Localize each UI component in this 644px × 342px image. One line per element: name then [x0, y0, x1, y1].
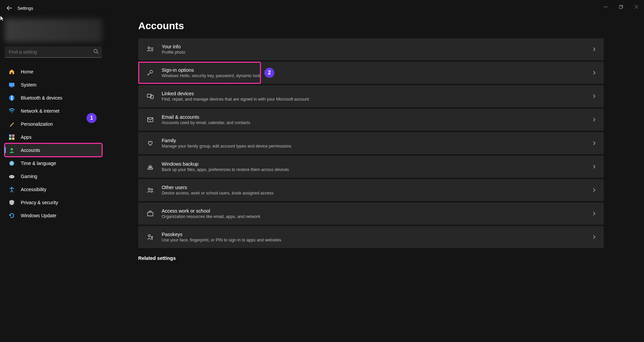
- svg-point-14: [10, 176, 11, 177]
- chevron-right-icon: [593, 94, 596, 99]
- sidebar-item-bluetooth[interactable]: Bluetooth & devices: [5, 91, 102, 104]
- sidebar: Home System Bluetooth & devices Network …: [0, 16, 107, 342]
- card-sub: Profile photo: [162, 50, 593, 55]
- card-windows-backup[interactable]: Windows backupBack up your files, apps, …: [138, 156, 604, 178]
- profile-icon: [145, 46, 156, 53]
- sidebar-item-update[interactable]: Windows Update: [5, 209, 102, 222]
- card-email-accounts[interactable]: Email & accountsAccounts used by email, …: [138, 109, 604, 131]
- svg-rect-22: [148, 168, 153, 169]
- svg-rect-3: [9, 83, 14, 87]
- app-title: Settings: [17, 6, 33, 11]
- search-icon: [94, 49, 99, 54]
- family-icon: [145, 140, 156, 147]
- svg-rect-7: [9, 134, 11, 137]
- svg-point-11: [11, 148, 13, 150]
- sidebar-item-label: Home: [21, 69, 33, 74]
- card-title: Access work or school: [162, 208, 593, 214]
- search-input[interactable]: [5, 46, 102, 58]
- svg-rect-21: [148, 118, 153, 122]
- svg-point-17: [148, 47, 150, 49]
- card-sub: Find, repair, and manage devices that ar…: [162, 97, 593, 102]
- card-sub: Organization resources like email, apps,…: [162, 214, 593, 219]
- svg-point-15: [12, 176, 13, 177]
- sidebar-item-time[interactable]: Time & language: [5, 157, 102, 170]
- sidebar-item-label: Time & language: [21, 161, 56, 166]
- sidebar-item-accounts[interactable]: Accounts: [5, 144, 102, 157]
- card-your-info[interactable]: Your infoProfile photo: [138, 38, 604, 60]
- window-controls: [598, 0, 644, 13]
- card-family[interactable]: FamilyManage your family group, edit acc…: [138, 132, 604, 154]
- svg-point-27: [151, 236, 153, 238]
- card-other-users[interactable]: Other usersDevice access, work or school…: [138, 179, 604, 201]
- card-sub: Back up your files, apps, preferences to…: [162, 167, 593, 172]
- card-sign-in-options[interactable]: Sign-in optionsWindows Hello, security k…: [138, 62, 604, 84]
- sidebar-item-system[interactable]: System: [5, 78, 102, 91]
- sidebar-item-label: Accessibility: [21, 187, 46, 192]
- cursor-icon: [0, 15, 5, 21]
- minimize-button[interactable]: [598, 0, 613, 13]
- close-button[interactable]: [629, 0, 644, 13]
- main-content: Accounts Your infoProfile photo Sign-in …: [107, 16, 644, 342]
- sidebar-item-accessibility[interactable]: Accessibility: [5, 183, 102, 196]
- svg-rect-9: [9, 137, 11, 140]
- svg-rect-20: [151, 95, 153, 99]
- titlebar: Settings: [0, 0, 644, 16]
- annotation-badge-text: 2: [268, 70, 271, 76]
- sidebar-nav: Home System Bluetooth & devices Network …: [5, 65, 102, 222]
- apps-icon: [8, 133, 15, 141]
- sidebar-item-label: Network & internet: [21, 108, 59, 114]
- linked-devices-icon: [145, 93, 156, 100]
- annotation-badge-2: 2: [264, 68, 274, 78]
- svg-point-2: [94, 49, 97, 53]
- back-button[interactable]: [5, 3, 14, 13]
- svg-point-24: [151, 189, 153, 190]
- time-icon: [8, 160, 15, 167]
- page-title: Accounts: [138, 20, 604, 32]
- card-title: Family: [162, 138, 593, 143]
- chevron-right-icon: [593, 235, 596, 239]
- sidebar-item-apps[interactable]: Apps: [5, 130, 102, 144]
- svg-point-13: [9, 175, 14, 178]
- sidebar-item-gaming[interactable]: Gaming: [5, 170, 102, 183]
- card-title: Sign-in options: [162, 67, 593, 73]
- backup-icon: [145, 163, 156, 170]
- search-container: [5, 46, 102, 58]
- sidebar-item-home[interactable]: Home: [5, 65, 102, 78]
- svg-point-16: [11, 187, 12, 188]
- svg-rect-10: [12, 137, 14, 140]
- card-sub: Accounts used by email, calendar, and co…: [162, 120, 593, 125]
- card-title: Windows backup: [162, 161, 593, 167]
- svg-rect-1: [619, 6, 622, 8]
- sidebar-item-privacy[interactable]: Privacy & security: [5, 196, 102, 209]
- card-title: Passkeys: [162, 232, 593, 237]
- sidebar-item-label: Apps: [21, 134, 32, 140]
- card-passkeys[interactable]: PasskeysUse your face, fingerprint, or P…: [138, 226, 604, 248]
- card-sub: Manage your family group, edit account t…: [162, 144, 593, 149]
- sidebar-item-label: Accounts: [21, 148, 40, 153]
- chevron-right-icon: [593, 117, 596, 122]
- card-title: Other users: [162, 185, 593, 190]
- card-access-work-school[interactable]: Access work or schoolOrganization resour…: [138, 203, 604, 225]
- card-linked-devices[interactable]: Linked devicesFind, repair, and manage d…: [138, 85, 604, 107]
- svg-rect-8: [12, 134, 14, 137]
- sidebar-item-label: Privacy & security: [21, 200, 58, 205]
- svg-rect-4: [10, 87, 13, 88]
- maximize-button[interactable]: [613, 0, 629, 13]
- svg-point-23: [148, 188, 150, 190]
- shield-icon: [8, 199, 15, 206]
- card-title: Email & accounts: [162, 114, 593, 120]
- chevron-right-icon: [593, 141, 596, 146]
- briefcase-icon: [145, 210, 156, 217]
- gaming-icon: [8, 173, 15, 180]
- card-title: Your info: [162, 44, 593, 49]
- chevron-right-icon: [593, 188, 596, 192]
- bluetooth-icon: [8, 94, 15, 102]
- chevron-right-icon: [593, 211, 596, 216]
- user-profile-card[interactable]: [5, 19, 102, 42]
- card-sub: Device access, work or school users, kio…: [162, 191, 593, 195]
- sidebar-item-label: System: [21, 82, 37, 88]
- svg-point-18: [150, 70, 153, 73]
- system-icon: [8, 81, 15, 89]
- annotation-badge-text: 1: [90, 115, 93, 121]
- passkeys-icon: [145, 234, 156, 240]
